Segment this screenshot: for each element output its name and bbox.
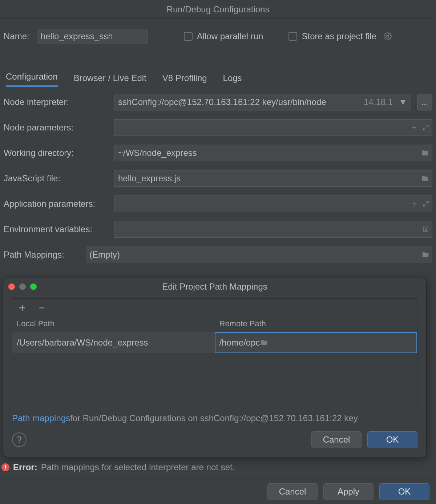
node-interpreter-dropdown[interactable]: sshConfig://opc@152.70.163.161:22 key/us… — [114, 94, 411, 110]
name-label: Name: — [4, 31, 29, 41]
application-parameters-row: Application parameters: — [4, 195, 432, 212]
node-interpreter-value: sshConfig://opc@152.70.163.161:22 key/us… — [118, 97, 326, 107]
table-row[interactable]: /Users/barbara/WS/node_express /home/opc — [12, 332, 417, 353]
allow-parallel-label: Allow parallel run — [197, 31, 263, 41]
javascript-file-label: JavaScript file: — [4, 173, 111, 184]
tabs: Configuration Browser / Live Edit V8 Pro… — [0, 68, 436, 87]
store-project-checkbox[interactable]: Store as project file — [288, 31, 376, 41]
mappings-note-text: for Run/Debug Configurations on sshConfi… — [70, 413, 358, 423]
dialog-footer: Cancel Apply OK — [0, 479, 436, 504]
mappings-note: Path mappingsfor Run/Debug Configuration… — [12, 413, 417, 423]
inner-dialog-title: Edit Project Path Mappings — [3, 282, 426, 292]
plus-icon[interactable] — [411, 201, 417, 207]
cell-remote-path[interactable]: /home/opc — [215, 332, 417, 353]
config-form: Node interpreter: sshConfig://opc@152.70… — [0, 87, 436, 263]
name-input[interactable] — [37, 29, 148, 44]
path-mappings-label: Path Mappings: — [4, 250, 83, 260]
tab-configuration[interactable]: Configuration — [6, 72, 58, 87]
help-button[interactable]: ? — [12, 432, 27, 447]
error-message: ! Error: Path mappings for selected inte… — [1, 462, 235, 472]
add-button[interactable]: ＋ — [17, 302, 28, 313]
environment-variables-label: Environment variables: — [4, 224, 111, 234]
col-local-path: Local Path — [12, 316, 215, 332]
maximize-icon[interactable] — [30, 283, 37, 290]
path-mappings-link[interactable]: Path mappings — [12, 413, 70, 423]
plus-icon[interactable] — [411, 124, 417, 131]
remove-button[interactable]: － — [36, 302, 47, 313]
error-icon: ! — [1, 463, 9, 471]
path-mappings-value: (Empty) — [89, 250, 120, 260]
javascript-file-row: JavaScript file: hello_express.js — [4, 170, 432, 187]
javascript-file-value: hello_express.js — [118, 173, 181, 184]
inner-dialog-footer: ? Cancel OK — [3, 431, 426, 448]
checkbox-icon — [184, 32, 193, 41]
node-interpreter-browse-button[interactable]: ... — [417, 94, 432, 110]
node-interpreter-row: Node interpreter: sshConfig://opc@152.70… — [4, 94, 432, 110]
inner-ok-button[interactable]: OK — [367, 431, 417, 448]
tab-browser-live-edit[interactable]: Browser / Live Edit — [74, 73, 146, 87]
path-mappings-input[interactable]: (Empty) — [86, 246, 432, 263]
allow-parallel-checkbox[interactable]: Allow parallel run — [184, 31, 263, 41]
expand-icon[interactable] — [423, 124, 429, 131]
folder-icon[interactable] — [421, 149, 429, 157]
tab-logs[interactable]: Logs — [223, 73, 242, 87]
close-icon[interactable] — [8, 283, 15, 290]
inner-cancel-button[interactable]: Cancel — [311, 431, 362, 448]
node-parameters-label: Node parameters: — [4, 122, 111, 133]
col-remote-path: Remote Path — [215, 316, 417, 332]
chevron-down-icon: ▼ — [399, 97, 407, 107]
node-interpreter-label: Node interpreter: — [4, 97, 111, 107]
node-parameters-input[interactable] — [114, 119, 432, 136]
error-label: Error: — [13, 462, 37, 472]
cell-local-path-value: /Users/barbara/WS/node_express — [17, 338, 148, 348]
node-version-hint: 14.18.1 — [364, 97, 393, 107]
application-parameters-input[interactable] — [114, 195, 432, 212]
working-directory-value: ~/WS/node_express — [118, 148, 197, 158]
svg-point-0 — [387, 35, 389, 37]
window-controls — [8, 283, 37, 290]
javascript-file-input[interactable]: hello_express.js — [114, 170, 432, 187]
table-header: Local Path Remote Path — [12, 316, 417, 332]
dialog-title: Run/Debug Configurations — [0, 0, 436, 19]
working-directory-input[interactable]: ~/WS/node_express — [114, 145, 432, 161]
list-icon[interactable] — [423, 226, 429, 233]
folder-icon[interactable] — [421, 175, 429, 182]
inner-titlebar: Edit Project Path Mappings — [3, 278, 426, 295]
ok-button[interactable]: OK — [379, 483, 429, 500]
expand-icon[interactable] — [423, 201, 429, 207]
environment-variables-input[interactable] — [114, 221, 432, 238]
tab-v8-profiling[interactable]: V8 Profiling — [162, 73, 207, 87]
path-mappings-row: Path Mappings: (Empty) — [4, 246, 432, 263]
working-directory-label: Working directory: — [4, 148, 111, 158]
name-row: Name: Allow parallel run Store as projec… — [0, 19, 436, 54]
environment-variables-row: Environment variables: — [4, 221, 432, 238]
cell-remote-path-value: /home/opc — [219, 338, 260, 348]
path-mappings-dialog: Edit Project Path Mappings ＋ － Local Pat… — [3, 278, 427, 457]
mappings-table: Local Path Remote Path /Users/barbara/WS… — [12, 316, 417, 408]
mappings-toolbar: ＋ － — [12, 298, 417, 316]
store-project-label: Store as project file — [302, 31, 376, 41]
application-parameters-label: Application parameters: — [4, 199, 111, 209]
cancel-button[interactable]: Cancel — [267, 483, 318, 500]
minimize-icon — [19, 283, 26, 290]
folder-icon[interactable] — [421, 251, 429, 258]
apply-button[interactable]: Apply — [323, 483, 374, 500]
node-parameters-row: Node parameters: — [4, 119, 432, 136]
error-text: Path mappings for selected interpreter a… — [41, 462, 235, 472]
cell-local-path[interactable]: /Users/barbara/WS/node_express — [12, 332, 215, 353]
folder-icon[interactable] — [260, 339, 268, 346]
checkbox-icon — [288, 32, 297, 41]
working-directory-row: Working directory: ~/WS/node_express — [4, 145, 432, 161]
gear-icon[interactable] — [384, 32, 392, 40]
